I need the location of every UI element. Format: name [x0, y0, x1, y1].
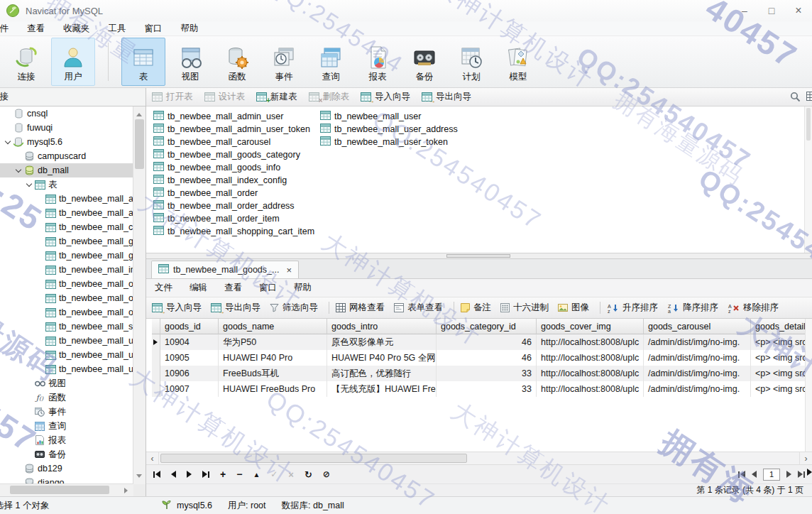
- tree-item-备份[interactable]: 备份: [0, 447, 133, 461]
- minimize-button[interactable]: –: [731, 0, 758, 21]
- editor-menu-edit[interactable]: 编辑: [181, 282, 216, 294]
- cell-goods_id[interactable]: 10905: [160, 350, 219, 366]
- edittool-image-button[interactable]: 图像: [558, 302, 589, 314]
- tab-goods-info[interactable]: tb_newbee_mall_goods_... ×: [151, 261, 299, 278]
- column-header-goods_cover_img[interactable]: goods_cover_img: [537, 319, 644, 334]
- cell-goods_intro[interactable]: 【无线充版】HUAWEI Free: [327, 381, 437, 397]
- table-list-item[interactable]: tb_newbee_mall_user_address: [320, 123, 482, 136]
- toolbar-function-button[interactable]: 函数: [215, 38, 259, 86]
- menu-file[interactable]: 文件: [0, 23, 18, 35]
- scroll-down-icon[interactable]: [136, 474, 142, 481]
- scroll-right-icon[interactable]: [124, 488, 131, 493]
- tree-item-tb_newbee_mall_order_address[interactable]: tb_newbee_mall_order_address: [0, 291, 133, 305]
- table-list-item[interactable]: tb_newbee_mall_order_address: [153, 199, 315, 212]
- objbar-import-wizard-button[interactable]: →导入向导: [361, 91, 410, 103]
- tree-item-tb_newbee_mall_order[interactable]: tb_newbee_mall_order: [0, 277, 133, 291]
- current-page-field[interactable]: 1: [763, 469, 780, 481]
- edittool-grid-view-button[interactable]: 网格查看: [336, 302, 385, 314]
- tree-item-表[interactable]: 表: [0, 177, 133, 192]
- tree-item-查询[interactable]: 查询: [0, 419, 133, 433]
- column-header-goods_name[interactable]: goods_name: [219, 319, 327, 334]
- table-list-item[interactable]: tb_newbee_mall_admin_user_token: [153, 123, 315, 136]
- tree-item-mysql5.6[interactable]: mysql5.6: [0, 135, 133, 149]
- column-header-goods_id[interactable]: goods_id: [160, 319, 219, 334]
- table-row[interactable]: 10904华为P50原色双影像单元46http://localhost:8008…: [152, 334, 806, 350]
- cell-goods_detail[interactable]: <p> <img src: [751, 366, 806, 381]
- table-list-item[interactable]: tb_newbee_mall_goods_info: [153, 161, 315, 174]
- delete-record-button[interactable]: −: [236, 469, 242, 480]
- editor-menu-window[interactable]: 窗口: [251, 282, 285, 294]
- maximize-button[interactable]: □: [758, 0, 785, 21]
- tree-item-tb_newbee_mall_shopping_cart_item[interactable]: tb_newbee_mall_shopping_cart_item: [0, 319, 133, 334]
- menu-favorites[interactable]: 收藏夹: [54, 23, 99, 35]
- editor-menu-file[interactable]: 文件: [155, 282, 181, 294]
- discard-changes-button[interactable]: ×: [288, 469, 294, 480]
- scroll-left-icon[interactable]: ‹: [146, 452, 159, 464]
- grid-horizontal-scrollbar[interactable]: ‹ ›: [146, 452, 812, 465]
- tree-item-报表[interactable]: 报表: [0, 433, 133, 447]
- cell-goods_carousel[interactable]: /admin/dist/img/no-img.: [644, 366, 751, 381]
- edit-record-button[interactable]: ▲: [253, 471, 260, 479]
- tree-item-tb_newbee_mall_user[interactable]: tb_newbee_mall_user: [0, 334, 133, 348]
- tree-horizontal-scrollbar[interactable]: [0, 483, 133, 496]
- toolbar-backup-button[interactable]: 备份: [402, 38, 446, 86]
- column-header-goods_category_id[interactable]: goods_category_id: [437, 319, 537, 334]
- column-header-goods_intro[interactable]: goods_intro: [327, 319, 437, 334]
- tree-item-campuscard[interactable]: campuscard: [0, 149, 133, 163]
- menu-tools[interactable]: 工具: [99, 23, 136, 35]
- cell-goods_name[interactable]: FreeBuds耳机: [219, 366, 327, 381]
- menu-help[interactable]: 帮助: [172, 23, 208, 35]
- objbar-open-table-button[interactable]: 打开表: [152, 91, 193, 103]
- edittool-sort-desc-button[interactable]: Za降序排序: [667, 302, 718, 314]
- toolbar-model-button[interactable]: 模型: [496, 38, 540, 86]
- toolbar-schedule-button[interactable]: 计划: [449, 38, 493, 86]
- cell-goods_cover_img[interactable]: http://localhost:8008/uplc: [537, 381, 644, 397]
- edittool-form-view-button[interactable]: 表单查看: [394, 302, 443, 314]
- grid-vertical-scrollbar[interactable]: [805, 319, 812, 452]
- splitter-handle[interactable]: [446, 254, 510, 258]
- table-row[interactable]: 10906FreeBuds耳机高订配色，优雅随行33http://localho…: [152, 366, 806, 381]
- edittool-import-wizard-button[interactable]: →导入向导: [152, 302, 202, 314]
- row-selector[interactable]: [152, 350, 160, 366]
- edittool-sort-remove-button[interactable]: Az移除排序: [728, 302, 779, 314]
- previous-page-button[interactable]: [752, 471, 757, 478]
- table-list-item[interactable]: tb_newbee_mall_carousel: [153, 136, 315, 148]
- tree-item-tb_newbee_mall_goods_info[interactable]: tb_newbee_mall_goods_info: [0, 248, 133, 263]
- cell-goods_id[interactable]: 10907: [160, 381, 219, 397]
- cell-goods_category_id[interactable]: 46: [437, 334, 537, 350]
- menu-window[interactable]: 窗口: [136, 23, 172, 35]
- list-vertical-scrollbar[interactable]: [804, 106, 812, 253]
- cell-goods_detail[interactable]: <p> <img src: [751, 334, 806, 350]
- table-list-item[interactable]: tb_newbee_mall_index_config: [153, 174, 315, 187]
- previous-record-button[interactable]: [171, 471, 176, 478]
- edittool-memo-button[interactable]: 备注: [461, 302, 491, 314]
- scrollbar-thumb[interactable]: [10, 486, 109, 494]
- cell-goods_intro[interactable]: 原色双影像单元: [327, 334, 437, 350]
- objbar-design-table-button[interactable]: 设计表: [204, 91, 246, 103]
- toolbar-query-button[interactable]: 查询: [309, 38, 353, 86]
- first-page-button[interactable]: [738, 471, 745, 478]
- table-list-item[interactable]: tb_newbee_mall_admin_user: [153, 110, 315, 123]
- row-selector[interactable]: [152, 366, 160, 381]
- cell-goods_detail[interactable]: <p> <img src: [751, 350, 806, 366]
- table-list-item[interactable]: tb_newbee_mall_shopping_cart_item: [153, 225, 315, 238]
- column-header-goods_carousel[interactable]: goods_carousel: [644, 319, 751, 334]
- toolbar-view-button[interactable]: 视图: [168, 38, 212, 86]
- cell-goods_detail[interactable]: <p> <img src: [751, 381, 806, 397]
- cell-goods_intro[interactable]: 高订配色，优雅随行: [327, 366, 437, 381]
- cell-goods_category_id[interactable]: 33: [437, 366, 537, 381]
- edittool-sort-asc-button[interactable]: Az升序排序: [607, 302, 658, 314]
- tree-item-事件[interactable]: 事件: [0, 405, 133, 419]
- objbar-export-wizard-button[interactable]: →导出向导: [422, 91, 471, 103]
- cell-goods_carousel[interactable]: /admin/dist/img/no-img.: [644, 381, 751, 397]
- scrollbar-thumb[interactable]: [135, 119, 144, 169]
- stop-button[interactable]: ⊘: [323, 469, 330, 479]
- table-row[interactable]: 10905HUAWEI P40 ProHUAWEI P40 Pro 5G 全网4…: [152, 350, 806, 366]
- edittool-export-wizard-button[interactable]: →导出向导: [211, 302, 260, 314]
- editor-menu-help[interactable]: 帮助: [285, 282, 320, 294]
- next-page-button[interactable]: [786, 471, 791, 478]
- toolbar-event-button[interactable]: 事件: [262, 38, 306, 86]
- table-list-item[interactable]: tb_newbee_mall_order: [153, 187, 315, 199]
- cell-goods_cover_img[interactable]: http://localhost:8008/uplc: [537, 366, 644, 381]
- toolbar-connection-button[interactable]: 连接: [4, 38, 48, 86]
